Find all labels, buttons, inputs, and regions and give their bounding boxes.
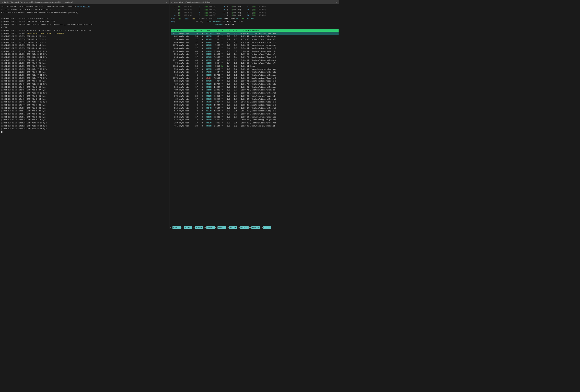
process-row[interactable]: 366skylarsim1704475M20444?0.00.10:00.65/…	[171, 86, 339, 89]
process-row[interactable]: 369skylarsim1704462M7452?0.00.00:00.62/S…	[171, 121, 339, 124]
settings-icon[interactable]: ⊖	[166, 1, 168, 3]
process-row[interactable]: 459skylarsim1704465M11752?0.00.10:00.27/…	[171, 112, 339, 116]
process-row[interactable]: 600skylarsim1705127M118M?2.40.70:34.11/A…	[171, 47, 339, 50]
left-tab-bar: ✕ bash /Users/skylarsimoncelli/Downloads…	[0, 0, 169, 4]
fkey-nice +[interactable]: F8Nice +	[249, 226, 260, 229]
process-row[interactable]: 461skylarsim2404478M31144?0.00.20:03.69/…	[171, 124, 339, 127]
process-row[interactable]: 7768skylarsim2404275M3316R0.40.00:00.11h…	[171, 65, 339, 68]
htop-header[interactable]: PIDUSERPRINIVIRTRESSCPU%MEM%TIME+Command	[171, 29, 339, 32]
htop-fkeys: F1HelpF2SetupF3SearchF4FilterF5TreeF6Sor…	[169, 226, 339, 229]
process-row[interactable]: 489skylarsim1705256M23268?0.00.10:00.75/…	[171, 88, 339, 91]
right-tab-title: htop /Users/skylarsimoncelli (htop)	[174, 1, 212, 3]
right-pane: ✕ htop /Users/skylarsimoncelli (htop) ⊖ …	[169, 0, 339, 229]
process-row[interactable]: 550skylarsim1704905M64196?1.60.40:19.22/…	[171, 53, 339, 56]
process-row[interactable]: 662skylarsim2405459M118M?8.80.71:05.44/A…	[171, 35, 339, 38]
process-row[interactable]: 363skylarsim1704860M12288?0.00.10:00.16/…	[171, 115, 339, 118]
fkey-sortby[interactable]: F6SortBy	[226, 226, 237, 229]
process-row[interactable]: 513skylarsim1705727M154M?0.10.90:11.33/S…	[171, 71, 339, 74]
process-row[interactable]: 583skylarsim805420M330M?0.02.00:42.83/Ap…	[171, 100, 339, 103]
fkey-help[interactable]: F1Help	[169, 226, 181, 229]
left-terminal[interactable]: skylarsimoncelli@Skylars-MacBook-Pro ~/D…	[0, 4, 169, 229]
htop-terminal[interactable]: 1 [||||100.0%] 5 [||||100.0%] 9 [||||100…	[169, 4, 339, 229]
fkey-search[interactable]: F3Search	[192, 226, 203, 229]
fkey-tree[interactable]: F5Tree	[215, 226, 226, 229]
process-row[interactable]: 618skylarsim1708880M70180?1.30.40:09.72/…	[171, 56, 339, 59]
process-row[interactable]: 355skylarsim1704433M4960?0.30.00:02.17/u…	[171, 68, 339, 71]
process-row[interactable]: 645skylarsim1709344M249M?5.31.51:05.07/A…	[171, 41, 339, 44]
fkey-nice -[interactable]: F7Nice -	[237, 226, 249, 229]
process-row[interactable]: 7771skylarsim4004397M11448?0.60.10:00.14…	[171, 59, 339, 62]
process-row[interactable]: 603skylarsim804721M56944?0.00.30:05.42/A…	[171, 103, 339, 107]
process-row[interactable]: 7774skylarsim4005042M29584?1.80.20:00.57…	[171, 50, 339, 53]
process-row[interactable]: 7727skylarsim24194265M35812?15210.217:46…	[171, 32, 339, 35]
left-pane: ✕ bash /Users/skylarsimoncelli/Downloads…	[0, 0, 169, 229]
process-row[interactable]: 372skylarsim2404462M16816?0.00.10:00.69/…	[171, 95, 339, 98]
settings-icon[interactable]: ⊖	[335, 1, 338, 3]
process-row[interactable]: 429skylarsim1704492M23764?0.00.10:01.78/…	[171, 83, 339, 86]
close-icon[interactable]: ✕	[171, 1, 173, 3]
process-row[interactable]: 490skylarsim804803M35780?0.10.20:00.96/S…	[171, 74, 339, 77]
process-row[interactable]: 515skylarsim4004464M9164?0.00.10:00.07/S…	[171, 106, 339, 109]
process-row[interactable]: 7773skylarsim1704460M9268?3.00.10:00.24/…	[171, 44, 339, 47]
process-row[interactable]: 496skylarsim1605503M205M?0.41.30:26.53/p…	[171, 62, 339, 65]
fkey-filter[interactable]: F4Filter	[203, 226, 215, 229]
left-tab-title: bash /Users/skylarsimoncelli/Downloads/c…	[4, 1, 73, 3]
process-row[interactable]: 626skylarsim1708942M195M?0.01.20:07.65/A…	[171, 79, 339, 83]
process-row[interactable]: 520skylarsim004484M18432?0.00.10:00.85/S…	[171, 91, 339, 95]
process-row[interactable]: 617skylarsim808883M83184?0.00.50:01.22/A…	[171, 109, 339, 112]
right-tab-bar: ✕ htop /Users/skylarsimoncelli (htop) ⊖	[169, 0, 339, 4]
fkey-setup[interactable]: F2Setup	[181, 226, 192, 229]
close-icon[interactable]: ✕	[1, 1, 3, 3]
process-row[interactable]: 7770skylarsim8016.8G78152?0.10.50:00.90/…	[171, 77, 339, 80]
fkey-kill[interactable]: F9Kill	[260, 226, 271, 229]
process-row[interactable]: 469skylarsim1704466M13924?0.00.10:00.34/…	[171, 97, 339, 100]
process-row[interactable]: 3476skylarsim1704410M15612?0.00.10:00.64…	[171, 118, 339, 121]
process-row[interactable]: 559skylarsim1708954M211M?8.21.31:33.96/p…	[171, 38, 339, 41]
